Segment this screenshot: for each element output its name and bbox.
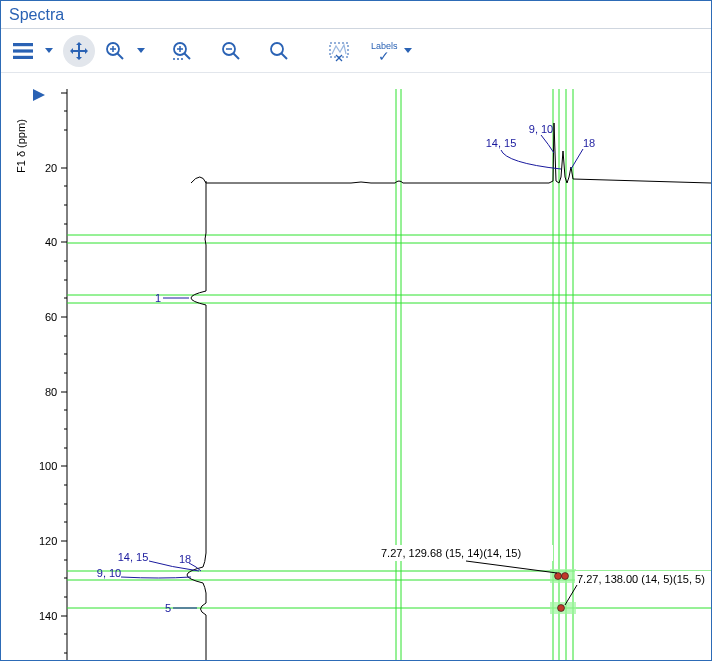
crosspeak-a-dot[interactable] [555,573,562,580]
menu-button[interactable] [7,35,39,67]
zoom-box-button[interactable] [167,35,199,67]
left-peak-label-5: 5 [165,602,171,614]
top-trace: 9, 10 14, 15 18 [191,123,711,183]
svg-point-13 [181,58,183,60]
vertical-guides [396,89,573,660]
labels-toggle[interactable]: Labels ✓ [371,41,398,61]
svg-rect-0 [13,43,33,46]
labels-dropdown-caret[interactable] [404,48,412,53]
top-peak-label-9-10: 9, 10 [529,123,553,135]
svg-line-4 [118,53,124,59]
top-peak-label-14-15: 14, 15 [486,137,517,149]
zoom-in-button[interactable] [99,35,131,67]
svg-line-18 [282,53,288,59]
svg-point-17 [271,43,283,55]
zoom-reset-button[interactable] [263,35,295,67]
y-axis-label: F1 δ (ppm) [15,119,27,173]
y-axis: 20 40 60 80 100 120 140 F1 δ (ppm) [15,89,67,660]
svg-point-12 [177,58,179,60]
y-tick-20: 20 [45,162,57,174]
zoom-out-button[interactable] [215,35,247,67]
svg-rect-1 [13,49,33,52]
left-peak-label-9-10: 9, 10 [97,567,121,579]
y-tick-60: 60 [45,311,57,323]
spectra-window: Spectra [0,0,712,661]
crosspeak-a-dot2[interactable] [562,573,569,580]
zoom-dropdown-caret[interactable] [137,48,145,53]
y-tick-40: 40 [45,236,57,248]
selection-tool-button[interactable] [323,35,355,67]
y-tick-80: 80 [45,386,57,398]
left-trace: 1 14, 15 18 9, 10 5 [97,181,206,660]
svg-point-11 [173,58,175,60]
y-tick-120: 120 [39,535,57,547]
toolbar: Labels ✓ [1,29,711,73]
menu-dropdown-caret[interactable] [45,48,53,53]
crosspeak-labels: 7.27, 129.68 (15, 14)(14, 15) 7.27, 138.… [379,545,711,605]
expand-arrow-icon[interactable] [33,89,45,101]
svg-line-15 [234,53,240,59]
crosspeak-a-label: 7.27, 129.68 (15, 14)(14, 15) [381,547,521,559]
y-tick-100: 100 [39,460,57,472]
left-peak-label-1: 1 [155,292,161,304]
plot-area[interactable]: 20 40 60 80 100 120 140 F1 δ (ppm) [1,73,711,660]
svg-line-8 [185,53,191,59]
title-bar: Spectra [1,1,711,29]
top-peak-label-18: 18 [583,137,595,149]
crosspeak-b-dot[interactable] [558,605,565,612]
window-title: Spectra [9,6,64,24]
crosspeak-b-label: 7.27, 138.00 (14, 5)(15, 5) [577,573,705,585]
left-peak-label-14-15: 14, 15 [118,551,149,563]
svg-rect-2 [13,55,33,58]
y-tick-140: 140 [39,610,57,622]
pan-button[interactable] [63,35,95,67]
nmr-plot-svg: 20 40 60 80 100 120 140 F1 δ (ppm) [1,73,711,660]
check-icon: ✓ [378,51,390,61]
